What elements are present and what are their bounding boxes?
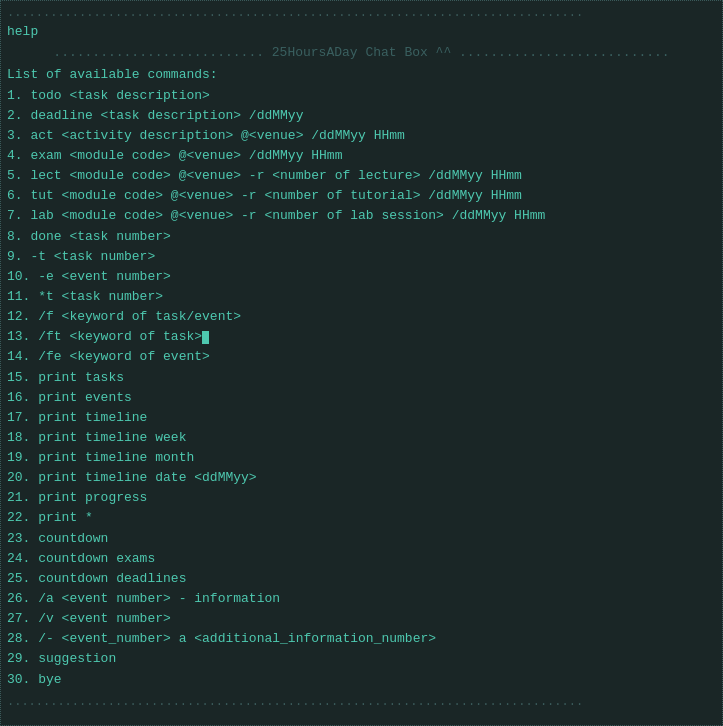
list-item: 16. print events	[7, 388, 716, 408]
list-item: 21. print progress	[7, 488, 716, 508]
main-container: ........................................…	[0, 0, 723, 726]
list-item: 15. print tasks	[7, 368, 716, 388]
list-item: 17. print timeline	[7, 408, 716, 428]
bottom-border: ........................................…	[7, 694, 716, 711]
list-item: 19. print timeline month	[7, 448, 716, 468]
top-border: ........................................…	[7, 5, 716, 22]
list-item: 11. *t <task number>	[7, 287, 716, 307]
list-item: 4. exam <module code> @<venue> /ddMMyy H…	[7, 146, 716, 166]
text-cursor	[202, 331, 209, 344]
list-item: 10. -e <event number>	[7, 267, 716, 287]
help-label: help	[7, 22, 716, 43]
list-item: 8. done <task number>	[7, 227, 716, 247]
list-item: 5. lect <module code> @<venue> -r <numbe…	[7, 166, 716, 186]
list-item: 7. lab <module code> @<venue> -r <number…	[7, 206, 716, 226]
list-item: 27. /v <event number>	[7, 609, 716, 629]
list-item: 18. print timeline week	[7, 428, 716, 448]
commands-container: 1. todo <task description>2. deadline <t…	[7, 86, 716, 690]
list-item: 12. /f <keyword of task/event>	[7, 307, 716, 327]
list-item: 9. -t <task number>	[7, 247, 716, 267]
list-item: 13. /ft <keyword of task>	[7, 327, 716, 347]
list-item: 3. act <activity description> @<venue> /…	[7, 126, 716, 146]
list-item: 2. deadline <task description> /ddMMyy	[7, 106, 716, 126]
command-list: List of available commands:	[7, 65, 716, 85]
commands-header: List of available commands:	[7, 65, 716, 85]
list-item: 20. print timeline date <ddMMyy>	[7, 468, 716, 488]
title-line: ........................... 25HoursADay …	[7, 43, 716, 64]
list-item: 26. /a <event number> - information	[7, 589, 716, 609]
list-item: 23. countdown	[7, 529, 716, 549]
list-item: 1. todo <task description>	[7, 86, 716, 106]
list-item: 22. print *	[7, 508, 716, 528]
list-item: 30. bye	[7, 670, 716, 690]
list-item: 6. tut <module code> @<venue> -r <number…	[7, 186, 716, 206]
list-item: 24. countdown exams	[7, 549, 716, 569]
list-item: 29. suggestion	[7, 649, 716, 669]
list-item: 14. /fe <keyword of event>	[7, 347, 716, 367]
list-item: 28. /- <event_number> a <additional_info…	[7, 629, 716, 649]
list-item: 25. countdown deadlines	[7, 569, 716, 589]
